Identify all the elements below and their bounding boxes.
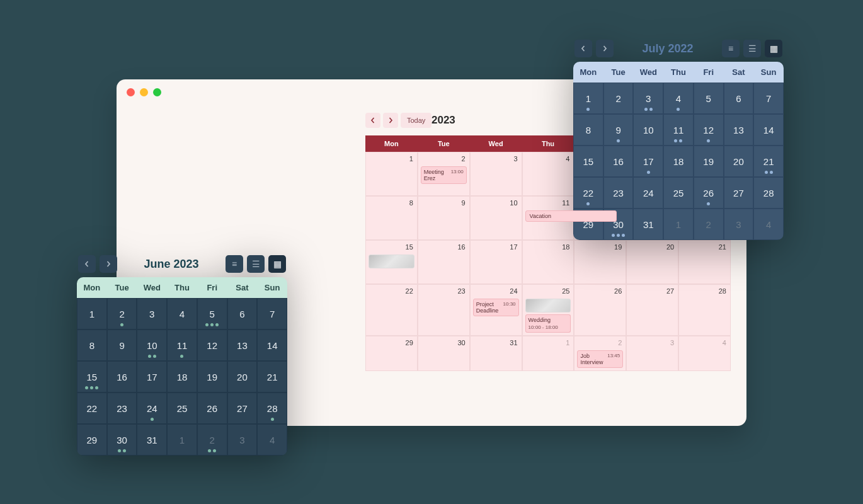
- day-cell[interactable]: 30: [418, 336, 470, 371]
- mini-day-cell[interactable]: 9: [603, 114, 634, 146]
- day-cell[interactable]: 1: [365, 152, 418, 196]
- day-cell[interactable]: 3: [470, 152, 522, 196]
- mini-prev-button[interactable]: [574, 40, 592, 57]
- day-cell[interactable]: 17: [470, 240, 522, 284]
- day-cell[interactable]: 18: [522, 240, 574, 284]
- mini-day-cell[interactable]: 19: [197, 361, 227, 392]
- mini-prev-button[interactable]: [78, 255, 96, 273]
- mini-day-cell[interactable]: 26: [694, 177, 724, 209]
- mini-day-cell[interactable]: 1: [77, 298, 107, 329]
- day-cell[interactable]: 2 Job Interview13:45: [574, 336, 626, 371]
- mini-day-cell[interactable]: 18: [663, 146, 694, 177]
- mini-day-cell[interactable]: 2: [107, 298, 137, 329]
- mini-day-cell[interactable]: 4: [257, 424, 287, 455]
- mini-day-cell[interactable]: 2: [603, 83, 634, 114]
- mini-next-button[interactable]: [100, 255, 117, 273]
- mini-day-cell[interactable]: 9: [107, 329, 137, 361]
- day-cell[interactable]: 16: [418, 240, 470, 284]
- event-job-interview[interactable]: Job Interview13:45: [577, 350, 623, 368]
- mini-day-cell[interactable]: 6: [724, 83, 754, 114]
- mini-day-cell[interactable]: 27: [724, 177, 754, 209]
- mini-day-cell[interactable]: 7: [257, 298, 287, 329]
- mini-day-cell[interactable]: 12: [197, 329, 227, 361]
- day-cell[interactable]: 31: [470, 336, 522, 371]
- day-cell[interactable]: 4: [678, 336, 731, 371]
- mini-day-cell[interactable]: 13: [724, 114, 754, 146]
- mini-day-cell[interactable]: 30: [107, 424, 137, 455]
- mini-day-cell[interactable]: 15: [573, 146, 603, 177]
- mini-day-cell[interactable]: 25: [167, 392, 197, 424]
- day-cell[interactable]: 9: [418, 196, 470, 240]
- event-wedding-photo[interactable]: [525, 299, 571, 312]
- mini-day-cell[interactable]: 2: [694, 209, 724, 240]
- prev-month-button[interactable]: [365, 113, 380, 128]
- mini-day-cell[interactable]: 10: [137, 329, 167, 361]
- event-photo[interactable]: [369, 255, 414, 268]
- mini-week-view-button[interactable]: ☰: [743, 40, 761, 57]
- event-vacation[interactable]: Vacation: [525, 210, 617, 222]
- mini-day-cell[interactable]: 12: [694, 114, 724, 146]
- mini-day-cell[interactable]: 25: [663, 177, 694, 209]
- window-minimize-button[interactable]: [140, 88, 148, 96]
- day-cell[interactable]: 20: [626, 240, 678, 284]
- mini-day-cell[interactable]: 22: [573, 177, 603, 209]
- mini-day-cell[interactable]: 28: [257, 392, 287, 424]
- mini-day-cell[interactable]: 15: [77, 361, 107, 392]
- day-cell[interactable]: 4: [522, 152, 574, 196]
- mini-day-cell[interactable]: 11: [167, 329, 197, 361]
- event-meeting[interactable]: Meeting Erez13:00: [421, 166, 467, 184]
- mini-day-cell[interactable]: 1: [573, 83, 603, 114]
- mini-day-cell[interactable]: 8: [77, 329, 107, 361]
- day-cell[interactable]: 26: [574, 284, 626, 336]
- mini-day-cell[interactable]: 5: [694, 83, 724, 114]
- mini-day-cell[interactable]: 16: [603, 146, 634, 177]
- day-cell[interactable]: 3: [626, 336, 678, 371]
- mini-day-cell[interactable]: 23: [603, 177, 634, 209]
- day-cell[interactable]: 15: [365, 240, 418, 284]
- day-cell[interactable]: 24 Project Deadline10:30: [470, 284, 522, 336]
- mini-day-cell[interactable]: 1: [663, 209, 694, 240]
- mini-day-view-button[interactable]: ≡: [226, 255, 243, 273]
- day-cell[interactable]: 11 Vacation: [522, 196, 574, 240]
- day-cell[interactable]: 10: [470, 196, 522, 240]
- day-cell[interactable]: 2 Meeting Erez13:00: [418, 152, 470, 196]
- day-cell[interactable]: 22: [365, 284, 418, 336]
- day-cell[interactable]: 29: [365, 336, 418, 371]
- mini-day-cell[interactable]: 21: [753, 146, 784, 177]
- event-wedding[interactable]: Wedding: [525, 314, 571, 325]
- mini-day-cell[interactable]: 4: [167, 298, 197, 329]
- mini-day-cell[interactable]: 8: [573, 114, 603, 146]
- window-maximize-button[interactable]: [153, 88, 161, 96]
- mini-week-view-button[interactable]: ☰: [247, 255, 265, 273]
- mini-day-cell[interactable]: 6: [227, 298, 258, 329]
- mini-day-cell[interactable]: 20: [227, 361, 258, 392]
- mini-day-cell[interactable]: 1: [167, 424, 197, 455]
- window-close-button[interactable]: [127, 88, 135, 96]
- mini-day-cell[interactable]: 7: [753, 83, 784, 114]
- mini-day-cell[interactable]: 31: [137, 424, 167, 455]
- mini-day-cell[interactable]: 3: [137, 298, 167, 329]
- today-button[interactable]: Today: [401, 113, 432, 128]
- event-project-deadline[interactable]: Project Deadline10:30: [473, 299, 519, 316]
- day-cell[interactable]: 27: [626, 284, 678, 336]
- mini-day-cell[interactable]: 29: [77, 424, 107, 455]
- mini-day-cell[interactable]: 14: [753, 114, 784, 146]
- mini-day-cell[interactable]: 18: [167, 361, 197, 392]
- mini-day-cell[interactable]: 26: [197, 392, 227, 424]
- day-cell[interactable]: 23: [418, 284, 470, 336]
- mini-day-cell[interactable]: 14: [257, 329, 287, 361]
- day-cell[interactable]: 8: [365, 196, 418, 240]
- mini-day-cell[interactable]: 11: [663, 114, 694, 146]
- mini-day-cell[interactable]: 13: [227, 329, 258, 361]
- mini-next-button[interactable]: [596, 40, 614, 57]
- mini-day-cell[interactable]: 2: [197, 424, 227, 455]
- mini-day-view-button[interactable]: ≡: [722, 40, 740, 57]
- mini-day-cell[interactable]: 3: [724, 209, 754, 240]
- mini-day-cell[interactable]: 28: [753, 177, 784, 209]
- mini-day-cell[interactable]: 4: [663, 83, 694, 114]
- mini-day-cell[interactable]: 3: [227, 424, 258, 455]
- mini-day-cell[interactable]: 3: [633, 83, 663, 114]
- mini-day-cell[interactable]: 31: [633, 209, 663, 240]
- mini-day-cell[interactable]: 4: [753, 209, 784, 240]
- mini-day-cell[interactable]: 24: [633, 177, 663, 209]
